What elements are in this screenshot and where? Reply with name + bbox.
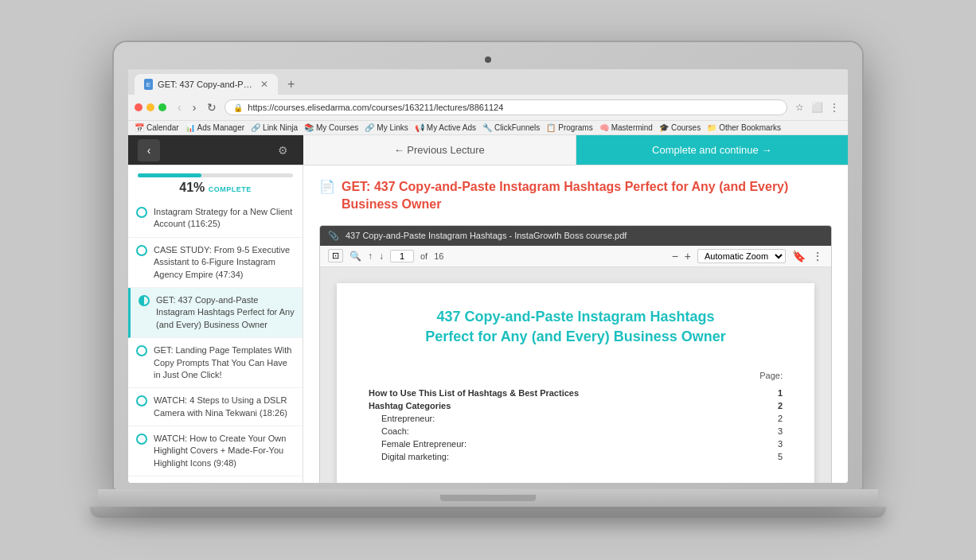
forward-button[interactable]: › (189, 99, 200, 115)
bookmark-courses[interactable]: 🎓 Courses (659, 123, 701, 132)
pdf-scroll-down-button[interactable]: ↓ (379, 251, 384, 262)
course-nav-left: ‹ ⚙ (128, 135, 303, 165)
sidebar-item[interactable]: WATCH: 4 Steps to Using a DSLR Camera wi… (128, 388, 303, 426)
pdf-toc-row: Entrepreneur: 2 (369, 412, 783, 425)
incomplete-circle (136, 207, 147, 218)
circle-icon (136, 207, 147, 221)
pdf-toc-row: Digital marketing: 5 (369, 450, 783, 463)
browser-controls-row: ‹ › ↻ 🔒 https://courses.elisedarma.com/c… (128, 95, 848, 120)
pdf-zoom-in-button[interactable]: + (685, 250, 691, 262)
pdf-toc: Page: How to Use This List of Hashtags &… (369, 371, 783, 463)
active-tab[interactable]: E GET: 437 Copy-and-Paste Ins... ✕ (135, 74, 278, 95)
maximize-light[interactable] (158, 103, 166, 111)
bookmark-programs[interactable]: 📋 Programs (546, 123, 592, 132)
bookmark-my-links[interactable]: 🔗 My Links (365, 123, 408, 132)
toc-label-2: Hashtag Categories (369, 401, 451, 410)
minimize-light[interactable] (146, 103, 154, 111)
address-bar[interactable]: 🔒 https://courses.elisedarma.com/courses… (224, 99, 787, 115)
bookmark-calendar[interactable]: 📅 Calendar (135, 123, 179, 132)
bookmark-clickfunnels[interactable]: 🔧 ClickFunnels (482, 123, 540, 132)
bookmark-link-label: Link Ninja (263, 123, 298, 132)
complete-continue-button[interactable]: Complete and continue → (576, 135, 849, 165)
sidebar-item-text: CASE STUDY: From 9-5 Executive Assistant… (154, 244, 295, 281)
bookmark-active-ads-icon: 📢 (415, 123, 424, 132)
reload-button[interactable]: ↻ (204, 99, 220, 115)
pdf-main-title: 437 Copy-and-Paste Instagram Hashtags Pe… (369, 307, 783, 347)
close-light[interactable] (135, 103, 142, 111)
sidebar-item-text: GET: Landing Page Templates With Copy Pr… (154, 344, 295, 381)
bookmark-my-courses-icon: 📚 (304, 123, 314, 132)
bookmark-mastermind[interactable]: 🧠 Mastermind (599, 123, 653, 132)
laptop-notch (440, 495, 536, 501)
video-icon (136, 245, 147, 259)
lecture-title: 📄 GET: 437 Copy-and-Paste Instagram Hash… (319, 178, 832, 214)
sidebar-item[interactable]: WATCH: How To Edit an Instagram-Ready Ph… (128, 476, 303, 483)
prev-lecture-button[interactable]: ← Previous Lecture (303, 135, 576, 165)
toc-page-2: 2 (778, 401, 783, 410)
toc-label-5: Female Entrepreneur: (381, 439, 467, 449)
extensions-icon[interactable]: ⬜ (810, 100, 824, 115)
doc-icon (136, 345, 147, 360)
pdf-title-line2: Perfect for Any (and Every) Business Own… (369, 327, 783, 347)
pdf-title-line1: 437 Copy-and-Paste Instagram Hashtags (369, 307, 783, 327)
toc-label-3: Entrepreneur: (381, 414, 435, 423)
bookmark-active-ads[interactable]: 📢 My Active Ads (415, 123, 476, 132)
bookmark-my-links-icon: 🔗 (365, 123, 374, 132)
incomplete-circle (136, 434, 147, 445)
progress-label: COMPLETE (209, 185, 252, 193)
new-tab-button[interactable]: + (281, 74, 301, 95)
pdf-bookmark-button[interactable]: 🔖 (792, 250, 806, 262)
pdf-page-input[interactable] (390, 250, 414, 262)
tab-title: GET: 437 Copy-and-Paste Ins... (158, 80, 256, 89)
screen: E GET: 437 Copy-and-Paste Ins... ✕ + ‹ › (128, 69, 848, 483)
doc-half-icon (139, 295, 150, 309)
pdf-viewer: 📎 437 Copy-and-Paste Instagram Hashtags … (319, 225, 832, 483)
pdf-toc-row: Hashtag Categories 2 (369, 399, 783, 412)
pdf-more-button[interactable]: ⋮ (812, 250, 823, 262)
course-sidebar: 41% COMPLETE Instagram Strategy for a Ne… (128, 165, 303, 483)
toc-page-1: 1 (778, 388, 783, 398)
sidebar-item[interactable]: Instagram Strategy for a New Client Acco… (128, 200, 303, 238)
progress-section: 41% COMPLETE (128, 165, 303, 200)
bookmark-cf-label: ClickFunnels (494, 123, 540, 132)
settings-button[interactable]: ⚙ (271, 139, 294, 161)
progress-bar-container (138, 173, 293, 177)
bookmark-programs-icon: 📋 (546, 123, 556, 132)
camera (485, 56, 491, 63)
course-container: ‹ ⚙ ← Previous Lecture Complete and cont… (128, 135, 848, 483)
bookmark-courses-label: Courses (671, 123, 701, 132)
bookmark-active-ads-label: My Active Ads (427, 123, 476, 132)
bookmark-star-icon[interactable]: ☆ (792, 100, 806, 115)
pdf-zoom-out-button[interactable]: − (672, 250, 678, 262)
course-nav-center: ← Previous Lecture Complete and continue… (303, 135, 848, 165)
pdf-nav-bar: ⊡ 🔍 ↑ ↓ of 16 − + (320, 246, 831, 267)
tab-close-button[interactable]: ✕ (260, 79, 268, 90)
pdf-toolbar: 📎 437 Copy-and-Paste Instagram Hashtags … (320, 226, 831, 246)
screen-bezel: E GET: 437 Copy-and-Paste Ins... ✕ + ‹ › (114, 42, 862, 489)
pdf-fit-page-button[interactable]: ⊡ (328, 249, 343, 262)
sidebar-item[interactable]: CASE STUDY: From 9-5 Executive Assistant… (128, 238, 303, 288)
progress-bar-fill (138, 173, 201, 177)
sidebar-item[interactable]: WATCH: How to Create Your Own Highlight … (128, 426, 303, 476)
progress-percent: 41% (179, 181, 205, 194)
bookmark-ads-manager[interactable]: 📊 Ads Manager (185, 123, 244, 132)
pdf-zoom-select[interactable]: Automatic Zoom 50% 75% 100% 125% (697, 249, 786, 263)
sidebar-back-button[interactable]: ‹ (138, 139, 160, 161)
sidebar-item-text: WATCH: How to Create Your Own Highlight … (154, 433, 295, 469)
address-text: https://courses.elisedarma.com/courses/1… (248, 103, 503, 112)
back-button[interactable]: ‹ (174, 99, 185, 115)
toc-label-1: How to Use This List of Hashtags & Best … (369, 388, 579, 398)
bookmark-link-ninja[interactable]: 🔗 Link Ninja (251, 123, 298, 132)
pdf-search-button[interactable]: 🔍 (349, 251, 361, 262)
menu-icon[interactable]: ⋮ (827, 100, 841, 115)
toc-label-6: Digital marketing: (381, 452, 449, 461)
incomplete-circle (136, 345, 147, 356)
bookmark-my-courses[interactable]: 📚 My Courses (304, 123, 358, 132)
bookmark-other[interactable]: 📁 Other Bookmarks (707, 123, 781, 132)
toc-label-4: Coach: (381, 426, 409, 436)
sidebar-item[interactable]: GET: Landing Page Templates With Copy Pr… (128, 338, 303, 388)
sidebar-item-active[interactable]: GET: 437 Copy-and-Paste Instagram Hashta… (128, 288, 303, 338)
incomplete-circle (136, 245, 147, 256)
laptop-bottom (90, 507, 886, 518)
pdf-scroll-up-button[interactable]: ↑ (368, 251, 373, 262)
